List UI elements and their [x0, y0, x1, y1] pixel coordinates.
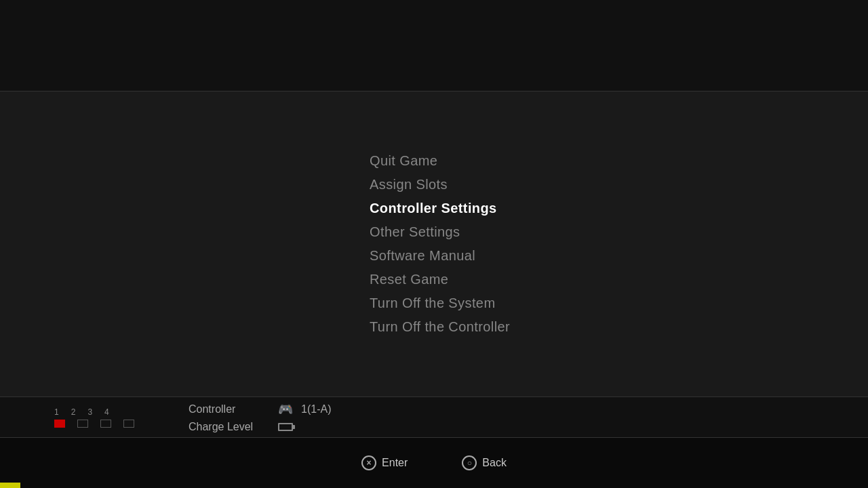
- slot-box-3: [100, 420, 111, 428]
- charge-icon: [278, 423, 293, 431]
- controller-info: Controller 🎮 1(1-A) Charge Level: [189, 402, 331, 433]
- enter-label: Enter: [382, 457, 408, 469]
- controller-row: Controller 🎮 1(1-A): [189, 402, 331, 417]
- slot-number-4: 4: [104, 407, 109, 417]
- menu-item-reset-game[interactable]: Reset Game: [370, 268, 510, 291]
- controller-label: Controller: [189, 403, 270, 415]
- top-section: [0, 0, 868, 92]
- back-label: Back: [482, 457, 507, 469]
- slot-box-2: [77, 420, 88, 428]
- controller-icon: 🎮: [278, 402, 293, 417]
- footer-bar: × Enter ○ Back: [0, 437, 868, 488]
- menu-item-turn-off-controller[interactable]: Turn Off the Controller: [370, 315, 510, 339]
- charge-row: Charge Level: [189, 421, 331, 433]
- footer-action-enter: × Enter: [361, 455, 408, 470]
- charge-label: Charge Level: [189, 421, 270, 433]
- slot-box-1: [54, 420, 65, 428]
- main-section: Quit Game Assign Slots Controller Settin…: [0, 92, 868, 396]
- footer-action-back: ○ Back: [462, 455, 507, 470]
- menu-item-other-settings[interactable]: Other Settings: [370, 220, 510, 244]
- menu-item-quit-game[interactable]: Quit Game: [370, 149, 510, 173]
- menu-item-assign-slots[interactable]: Assign Slots: [370, 173, 510, 197]
- menu-list: Quit Game Assign Slots Controller Settin…: [370, 149, 510, 339]
- slot-numbers: 1 2 3 4: [54, 407, 109, 417]
- menu-item-controller-settings[interactable]: Controller Settings: [370, 197, 510, 220]
- slot-boxes: [54, 420, 134, 428]
- controller-value: 1(1-A): [301, 403, 331, 415]
- slot-indicators: 1 2 3 4: [54, 407, 134, 428]
- slot-number-3: 3: [87, 407, 92, 417]
- slot-number-2: 2: [71, 407, 76, 417]
- menu-item-turn-off-system[interactable]: Turn Off the System: [370, 291, 510, 315]
- enter-button-icon: ×: [361, 455, 376, 470]
- back-button-icon: ○: [462, 455, 477, 470]
- yellow-indicator: [0, 483, 20, 488]
- menu-item-software-manual[interactable]: Software Manual: [370, 244, 510, 268]
- slot-box-4: [123, 420, 134, 428]
- bottom-bar: 1 2 3 4 Controller 🎮 1(1-A) Charge Level: [0, 396, 868, 437]
- slot-number-1: 1: [54, 407, 59, 417]
